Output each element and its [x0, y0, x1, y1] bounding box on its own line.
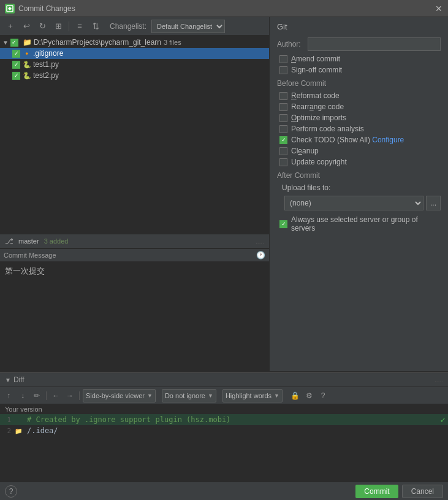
diff-sep-1	[46, 391, 47, 400]
highlight-label: Highlight words	[226, 392, 271, 399]
gitignore-filename: .gitignore	[33, 49, 63, 58]
gitignore-checkbox[interactable]: ✓	[12, 50, 20, 58]
cancel-button[interactable]: Cancel	[402, 485, 443, 498]
perform-checkbox[interactable]	[279, 125, 287, 133]
add-button[interactable]: +	[4, 20, 17, 33]
test1-filename: test1.py	[33, 60, 59, 69]
refresh-button[interactable]: ↻	[36, 20, 49, 33]
diff-up-button[interactable]: ↑	[2, 390, 15, 402]
check-todo-label: Check TODO (Show All) Configure	[291, 136, 404, 144]
title-bar: Commit Changes ✕	[0, 0, 448, 17]
diff-section: ▼ Diff ..... ↑ ↓ ✏ ← → Side-by-side view…	[0, 371, 448, 482]
sort-button[interactable]: ≡	[73, 20, 86, 33]
filter-button[interactable]: ⇅	[89, 20, 102, 33]
diff-edit-button[interactable]: ✏	[31, 390, 43, 402]
check-todo-checkbox[interactable]: ✓	[279, 136, 287, 144]
always-use-label: Always use selected server or group of s…	[291, 215, 441, 233]
action-buttons: Commit Cancel	[355, 485, 443, 498]
git-file-icon: 🔸	[23, 50, 31, 58]
tree-item-test2[interactable]: ✓ 🐍 test2.py	[0, 70, 269, 81]
update-copyright-checkbox[interactable]	[279, 158, 287, 166]
cleanup-checkbox[interactable]	[279, 147, 287, 155]
py-file-icon-2: 🐍	[23, 72, 31, 80]
test2-filename: test2.py	[33, 71, 59, 80]
upload-select[interactable]: (none)	[284, 196, 423, 210]
git-tab-label: Git	[277, 22, 441, 31]
app-window: Commit Changes ✕ + ↩ ↻ ⊞ ≡ ⇅ Changelist:…	[0, 0, 448, 500]
git-options-panel: Git Author: Amend commit Sign-off commit	[270, 17, 448, 371]
perform-label: Perform code analysis	[291, 125, 364, 133]
diff-forward-button[interactable]: →	[64, 390, 76, 402]
upload-files-label: Upload files to:	[282, 183, 330, 192]
always-use-checkbox[interactable]: ✓	[279, 220, 287, 228]
diff-line-2: 2 📁 /.idea/	[0, 425, 448, 436]
diff-line-icon-2: 📁	[15, 428, 25, 434]
upload-btn[interactable]: ...	[426, 196, 441, 210]
upload-row: (none) ...	[277, 196, 441, 210]
amend-commit-checkbox[interactable]	[279, 55, 287, 63]
py-file-icon-1: 🐍	[23, 61, 31, 69]
tree-root-item[interactable]: ▼ ✓ 📁 D:\PycharmProjects\pycharm_git_lea…	[0, 37, 269, 48]
tree-arrow-icon: ▼	[2, 39, 9, 46]
reformat-label: Reformat code	[291, 91, 340, 100]
commit-message-header: Commit Message 🕐	[0, 249, 269, 262]
files-added-label: 3 added	[44, 237, 69, 245]
root-checkbox[interactable]: ✓	[10, 39, 18, 47]
tree-item-test1[interactable]: ✓ 🐍 test1.py	[0, 59, 269, 70]
rearrange-label: Rearrange code	[291, 102, 344, 111]
commit-button[interactable]: Commit	[355, 485, 398, 498]
upload-label-row: Upload files to:	[277, 183, 441, 192]
diff-down-button[interactable]: ↓	[17, 390, 29, 402]
diff-line-num-1: 1	[0, 416, 15, 424]
test2-checkbox[interactable]: ✓	[12, 72, 20, 80]
viewer-dropdown[interactable]: Side-by-side viewer ▼	[83, 389, 156, 402]
test1-checkbox[interactable]: ✓	[12, 61, 20, 69]
diff-dots: .....	[435, 377, 443, 383]
clock-icon[interactable]: 🕐	[256, 251, 265, 260]
help-button[interactable]: ?	[5, 485, 17, 498]
cleanup-label: Cleanup	[291, 147, 319, 155]
diff-line-code-2: /.idea/	[25, 426, 58, 435]
file-tree: ▼ ✓ 📁 D:\PycharmProjects\pycharm_git_lea…	[0, 36, 269, 234]
lock-button[interactable]: 🔒	[289, 390, 301, 402]
optimize-row: Optimize imports	[277, 113, 441, 122]
status-dots: .....	[256, 238, 264, 245]
commit-message-input[interactable]: 第一次提交	[0, 262, 269, 371]
sign-off-label: Sign-off commit	[291, 66, 342, 74]
diff-line-1: 1 # Created by .ignore support plugin (h…	[0, 414, 448, 425]
sign-off-row: Sign-off commit	[277, 66, 441, 74]
sign-off-checkbox[interactable]	[279, 66, 287, 74]
author-row: Author:	[277, 37, 441, 51]
diff-help-button[interactable]: ?	[317, 390, 329, 402]
ignore-arrow-icon: ▼	[208, 393, 213, 399]
diff-collapse-icon[interactable]: ▼	[5, 377, 11, 383]
always-use-row: ✓ Always use selected server or group of…	[277, 215, 441, 233]
check-todo-row: ✓ Check TODO (Show All) Configure	[277, 136, 441, 144]
bottom-action-bar: ? Commit Cancel	[0, 482, 448, 500]
optimize-checkbox[interactable]	[279, 114, 287, 122]
highlight-arrow-icon: ▼	[274, 393, 279, 399]
tree-item-gitignore[interactable]: ✓ 🔸 .gitignore	[0, 48, 269, 59]
close-button[interactable]: ✕	[435, 4, 443, 13]
author-input[interactable]	[308, 37, 441, 51]
highlight-dropdown[interactable]: Highlight words ▼	[222, 389, 283, 402]
undo-button[interactable]: ↩	[20, 20, 33, 33]
toolbar-separator	[69, 21, 69, 31]
changelist-label: Changelist:	[110, 22, 146, 31]
status-bar: ⎇ master 3 added .....	[0, 234, 269, 248]
update-copyright-row: Update copyright	[277, 158, 441, 166]
diff-checkmark-1: ✓	[441, 415, 448, 425]
reformat-checkbox[interactable]	[279, 92, 287, 100]
ignore-dropdown[interactable]: Do not ignore ▼	[162, 389, 216, 402]
settings-button[interactable]: ⚙	[303, 390, 315, 402]
before-commit-header: Before Commit	[277, 79, 441, 88]
diff-content: Your version 1 # Created by .ignore supp…	[0, 404, 448, 482]
diff-back-button[interactable]: ←	[50, 390, 62, 402]
changelist-select[interactable]: Default Changelist	[151, 20, 225, 33]
rearrange-checkbox[interactable]	[279, 103, 287, 111]
after-commit-header: After Commit	[277, 171, 441, 180]
files-count: 3 files	[164, 39, 181, 46]
amend-commit-row: Amend commit	[277, 55, 441, 63]
configure-link[interactable]: Configure	[372, 136, 404, 144]
group-button[interactable]: ⊞	[51, 20, 65, 33]
